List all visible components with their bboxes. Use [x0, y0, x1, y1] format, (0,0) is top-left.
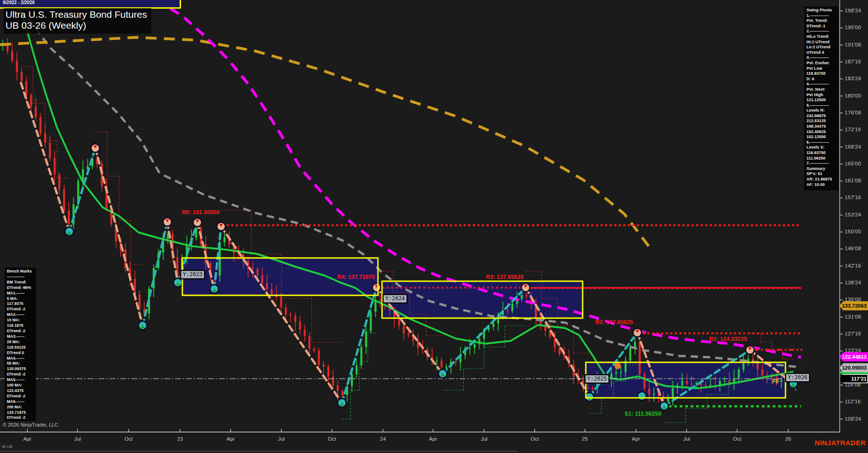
candle-body [26, 82, 27, 95]
swing-pivots-line: 6.-------------- [806, 140, 837, 145]
time-axis-label[interactable]: Oct [733, 436, 741, 442]
price-axis-label[interactable]: 191'08 [845, 42, 861, 47]
price-axis-label[interactable]: 165'00 [845, 161, 861, 166]
swing-pivots-line: 5.-------------- [806, 103, 837, 108]
candle-body [35, 107, 36, 117]
candle-body [403, 325, 405, 333]
time-axis-label[interactable]: Jul [481, 436, 488, 442]
price-axis-label[interactable]: 168'24 [845, 144, 861, 149]
candle-body [667, 398, 669, 402]
time-axis-label[interactable]: Apr [227, 436, 235, 442]
bench-marks-line: 120.09375 [7, 366, 34, 372]
time-axis-label[interactable]: Apr [23, 436, 31, 442]
swing-pivots-line: Lo:2 UTrend [806, 45, 837, 50]
time-axis-label[interactable]: 26 [785, 436, 791, 442]
candle-body [341, 391, 343, 395]
candle-body [445, 367, 447, 368]
price-axis-label[interactable]: 183'24 [845, 76, 861, 81]
price-axis-label[interactable]: 127'16 [845, 331, 861, 336]
candle-body [648, 388, 650, 394]
bench-marks-line: DTrend -2 [7, 329, 34, 334]
bench-marks-line: 55 MA: [7, 361, 34, 366]
year-label-chip[interactable]: Y:2023 [181, 271, 204, 278]
candle-body [313, 349, 315, 350]
pivot-level-label-R5: R5: 151.50000 [182, 209, 220, 216]
candle-body [261, 275, 263, 283]
candle-body [408, 333, 409, 335]
bench-marks-line: DTrend -2 [7, 372, 34, 377]
candle-body [506, 310, 508, 311]
candle-body [379, 300, 381, 301]
time-axis-label[interactable]: Jul [683, 436, 690, 442]
candle-body [294, 315, 296, 322]
swing-pivots-line: Pvt. Next: [806, 87, 837, 93]
swing-pivots-line: 2.-------------- [806, 29, 837, 34]
swing-pivots-line: 232.96875 [806, 113, 837, 119]
time-axis-label[interactable]: Oct [328, 436, 336, 442]
price-axis-label[interactable]: 112'16 [845, 399, 861, 404]
year-label-chip[interactable]: Y:2026 [786, 374, 809, 381]
ma100-tag: 122.44813 [839, 352, 868, 361]
bench-marks-line: 100 MA: [7, 383, 34, 388]
candle-body [271, 289, 273, 294]
candle-body [440, 360, 442, 367]
bench-marks-line: 10 MA: [7, 318, 34, 323]
bench-marks-line: DTrend -2 [7, 307, 34, 312]
price-axis-label[interactable]: 157'16 [845, 195, 861, 200]
bench-marks-line: 117.9375 [7, 301, 34, 307]
time-axis-label[interactable]: 23 [177, 436, 183, 442]
candle-body [223, 237, 225, 242]
price-axis-label[interactable]: 195'00 [845, 25, 861, 30]
price-axis-label[interactable]: 198'24 [845, 8, 861, 13]
bench-marks-panel: Bench Marks-------------BM Trend:DTrend … [5, 268, 36, 421]
orange-dot-marker [615, 363, 621, 369]
time-axis-label[interactable]: Oct [531, 436, 539, 442]
price-axis-label[interactable]: 180'00 [845, 93, 861, 98]
year-label-chip[interactable]: Y:2025 [585, 375, 609, 383]
time-axis-label[interactable]: 24 [380, 436, 386, 442]
year-label-chip[interactable]: Y:2024 [383, 295, 407, 303]
swing-pivots-line: Pvt High [806, 93, 837, 98]
bench-marks-line: MA2.------ [7, 312, 34, 318]
time-axis-label[interactable]: Apr [429, 436, 437, 442]
bench-marks-line: 122.4375 [7, 388, 34, 394]
bench-marks-line: MA3.------ [7, 334, 34, 340]
time-axis-label[interactable]: 25 [582, 436, 588, 442]
candle-body [337, 386, 339, 391]
price-axis-label[interactable]: 176'08 [845, 110, 861, 115]
time-axis-label[interactable]: Apr [632, 436, 640, 442]
time-axis-label[interactable]: Oct [124, 436, 133, 442]
candle-body [318, 350, 320, 365]
candle-body [309, 336, 310, 349]
price-axis-label[interactable]: 138'24 [845, 280, 861, 285]
price-axis-label[interactable]: 108'24 [845, 416, 861, 422]
candle-body [691, 384, 692, 385]
price-axis-label[interactable]: 150'00 [845, 229, 861, 234]
price-chart-canvas[interactable] [0, 0, 868, 453]
time-axis-label[interactable]: Jul [74, 436, 81, 442]
pivot-level-label-R1: R1: 124.03125 [709, 336, 747, 342]
pivot-level-label-S1: S1: 111.56250 [625, 411, 661, 417]
bench-marks-line: 119.1875 [7, 323, 34, 329]
candle-body [455, 361, 456, 362]
swing-pivots-line: 116.93750 [806, 150, 837, 156]
price-axis-label[interactable]: 131'08 [845, 314, 861, 319]
swing-pivots-line: Summary [806, 166, 837, 172]
price-axis-label[interactable]: 161'08 [845, 178, 861, 183]
fib-f0-label: F0 [772, 378, 779, 385]
price-axis-label[interactable]: 146'08 [845, 246, 861, 251]
candle-body [492, 324, 494, 327]
bench-marks-line: MA6.------ [7, 399, 34, 405]
bench-marks-line: 200 MA: [7, 405, 34, 410]
time-axis-label[interactable]: Jul [278, 436, 285, 442]
price-axis-label[interactable]: 187'16 [845, 59, 861, 64]
price-axis-label[interactable]: 172'16 [845, 127, 861, 132]
candle-body [639, 342, 641, 375]
copyright-text: © 2026 NinjaTrader, LLC [3, 422, 58, 427]
bench-marks-line: 119.53125 [7, 345, 34, 350]
price-axis-label[interactable]: 142'16 [845, 263, 861, 268]
price-axis-label[interactable]: 153'24 [845, 212, 861, 217]
swing-pivots-line: Pvt Low [806, 66, 837, 72]
candle-body [327, 366, 329, 376]
candle-body [257, 269, 258, 276]
